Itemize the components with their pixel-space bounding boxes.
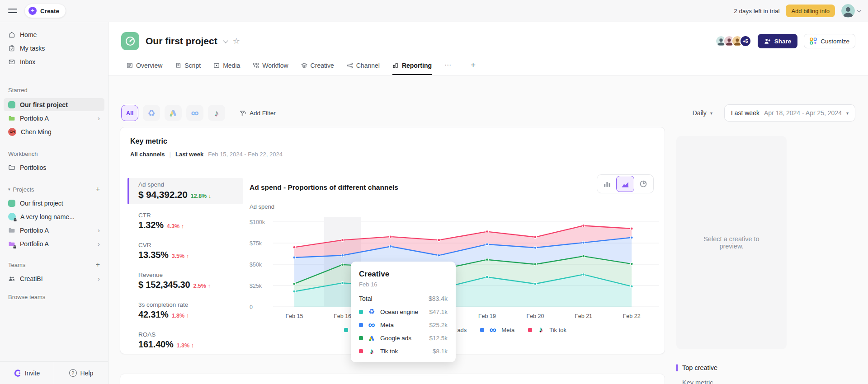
creative-icon bbox=[301, 62, 307, 69]
avatar bbox=[841, 4, 855, 18]
tab-workflow[interactable]: Workflow bbox=[253, 62, 288, 75]
pie-chart-toggle-button[interactable] bbox=[634, 176, 652, 192]
filter-tiktok-button[interactable]: ♪ bbox=[208, 105, 225, 121]
customize-icon bbox=[810, 37, 817, 45]
sidebar-footer: Invite ? Help bbox=[0, 361, 108, 384]
sidebar-item-portfolio-a-purple[interactable]: Portfolio A › bbox=[4, 237, 104, 250]
sidebar-item-label: Portfolios bbox=[20, 164, 100, 171]
account-menu[interactable] bbox=[841, 4, 861, 18]
sidebar-item-a-very-long-name[interactable]: A very long name... bbox=[4, 210, 104, 223]
browse-teams-link[interactable]: Browse teams bbox=[8, 292, 100, 301]
chevron-right-icon[interactable]: › bbox=[98, 115, 100, 122]
customize-button[interactable]: Customize bbox=[804, 34, 855, 48]
metric-delta: 1.3% ↑ bbox=[177, 342, 194, 349]
period-dates: Feb 15, 2024 - Feb 22, 2024 bbox=[208, 151, 283, 158]
filter-all-button[interactable]: All bbox=[121, 105, 138, 121]
chevron-right-icon[interactable]: › bbox=[98, 275, 100, 282]
hamburger-menu-icon[interactable] bbox=[8, 8, 17, 14]
series-swatch bbox=[359, 336, 363, 340]
sidebar-item-chen-ming[interactable]: CH Chen Ming bbox=[4, 125, 104, 138]
tiktok-icon: ♪ bbox=[214, 109, 219, 117]
metric-ctr[interactable]: CTR 1.32% 4.3% ↑ bbox=[127, 210, 243, 230]
sidebar-item-portfolios[interactable]: Portfolios bbox=[4, 161, 104, 174]
google-ads-icon bbox=[368, 335, 375, 342]
area-chart-toggle-button[interactable] bbox=[616, 176, 634, 192]
svg-text:$75k: $75k bbox=[250, 240, 262, 247]
filter-google-ads-button[interactable] bbox=[165, 105, 182, 121]
sidebar-item-inbox[interactable]: Inbox bbox=[4, 55, 104, 68]
sidebar-item-home[interactable]: Home bbox=[4, 28, 104, 41]
projects-section-label[interactable]: ▾ Projects + bbox=[8, 185, 100, 194]
metric-delta: 12.8% ↓ bbox=[191, 193, 211, 199]
add-team-icon[interactable]: + bbox=[96, 261, 100, 268]
svg-text:Feb 20: Feb 20 bbox=[527, 313, 544, 319]
metric-3s-completion[interactable]: 3s completion rate 42.31% 1.8% ↑ bbox=[127, 300, 243, 320]
arrow-up-icon: ↑ bbox=[181, 223, 184, 229]
creative-preview-panel: Select a creative to preview. bbox=[676, 136, 787, 349]
bar-chart-toggle-button[interactable] bbox=[598, 176, 616, 192]
series-swatch bbox=[359, 349, 363, 353]
tab-creative[interactable]: Creative bbox=[301, 62, 334, 75]
invite-button[interactable]: Invite bbox=[0, 362, 54, 384]
chart-title: Ad spend - Proportions of different chan… bbox=[250, 183, 398, 192]
customize-label: Customize bbox=[821, 38, 849, 45]
help-button[interactable]: ? Help bbox=[54, 362, 108, 384]
date-range-select[interactable]: Last week Apr 18, 2024 - Apr 25, 2024 ▾ bbox=[724, 104, 855, 122]
ocean-engine-icon: ♻ bbox=[147, 109, 155, 117]
tab-reporting[interactable]: Reporting bbox=[392, 62, 432, 75]
sidebar-item-our-first-project[interactable]: Our first project bbox=[4, 197, 104, 210]
chevron-right-icon[interactable]: › bbox=[98, 227, 100, 234]
invite-label: Invite bbox=[25, 370, 40, 377]
sidebar-item-label: Chen Ming bbox=[21, 128, 100, 136]
sidebar-item-portfolio-a-gray[interactable]: Portfolio A › bbox=[4, 224, 104, 237]
chevron-down-icon bbox=[857, 8, 862, 13]
tab-overview[interactable]: Overview bbox=[127, 62, 162, 75]
sidebar-item-our-first-project-starred[interactable]: Our first project bbox=[4, 98, 104, 111]
create-button[interactable]: + Create bbox=[24, 4, 66, 18]
add-filter-button[interactable]: Add Filter bbox=[240, 110, 276, 117]
metric-ad-spend[interactable]: Ad spend $ 94,392.20 12.8% ↓ bbox=[127, 178, 243, 204]
legend-item-tiktok[interactable]: ♪ Tik tok bbox=[528, 326, 566, 333]
star-icon[interactable]: ☆ bbox=[233, 36, 240, 46]
series-swatch bbox=[359, 323, 363, 327]
share-button[interactable]: Share bbox=[758, 34, 798, 48]
add-billing-info-button[interactable]: Add billing info bbox=[786, 5, 835, 17]
filter-ocean-engine-button[interactable]: ♻ bbox=[143, 105, 160, 121]
sidebar-item-creatibi[interactable]: CreatiBI › bbox=[4, 272, 104, 285]
arrow-up-icon: ↑ bbox=[186, 313, 189, 319]
add-project-icon[interactable]: + bbox=[96, 186, 100, 193]
chevron-right-icon[interactable]: › bbox=[98, 240, 100, 247]
right-nav-top-creative[interactable]: Top creative bbox=[676, 364, 787, 371]
member-avatars[interactable]: +5 bbox=[715, 35, 751, 47]
avatar-more-badge[interactable]: +5 bbox=[740, 35, 751, 47]
metric-value: $ 94,392.20 bbox=[138, 189, 188, 200]
svg-text:$100k: $100k bbox=[250, 219, 265, 225]
metric-cvr[interactable]: CVR 13.35% 3.5% ↑ bbox=[127, 240, 243, 260]
title-chevron-down-icon[interactable] bbox=[223, 38, 228, 43]
right-nav-key-metric[interactable]: Key metric bbox=[676, 379, 787, 384]
metric-revenue[interactable]: Revenue $ 152,345.30 2.5% ↑ bbox=[127, 270, 243, 290]
tab-label: Reporting bbox=[402, 62, 432, 69]
inbox-icon bbox=[8, 58, 15, 66]
granularity-select[interactable]: Daily ▾ bbox=[693, 109, 712, 117]
svg-text:Feb 19: Feb 19 bbox=[478, 313, 496, 319]
ocean-engine-icon: ♻ bbox=[368, 308, 375, 315]
sidebar-item-label: Inbox bbox=[20, 58, 100, 66]
tab-script[interactable]: Script bbox=[175, 62, 201, 75]
filter-bar: All ♻ ∞ ♪ Add Filter Daily ▾ Last week A… bbox=[121, 104, 855, 122]
sidebar-item-portfolio-a-starred[interactable]: Portfolio A › bbox=[4, 112, 104, 125]
metric-roas[interactable]: ROAS 161.40% 1.3% ↑ bbox=[127, 329, 243, 350]
tab-overflow-icon[interactable]: ⋯ bbox=[444, 61, 452, 75]
tab-media[interactable]: Media bbox=[213, 62, 240, 75]
chart-type-toggle bbox=[597, 174, 654, 193]
legend-item-meta[interactable]: ∞ Meta bbox=[480, 326, 514, 334]
period-label: Last week bbox=[175, 151, 203, 158]
tiktok-icon: ♪ bbox=[539, 326, 542, 333]
filter-meta-button[interactable]: ∞ bbox=[186, 105, 203, 121]
sidebar-item-my-tasks[interactable]: My tasks bbox=[4, 42, 104, 55]
chen-ming-avatar: CH bbox=[8, 128, 16, 136]
chart-tooltip: Creative Feb 16 Total $83.4k ♻ Ocean eng… bbox=[351, 262, 456, 362]
add-tab-icon[interactable]: + bbox=[471, 60, 476, 75]
media-icon bbox=[213, 62, 220, 69]
tab-channel[interactable]: Channel bbox=[347, 62, 380, 75]
